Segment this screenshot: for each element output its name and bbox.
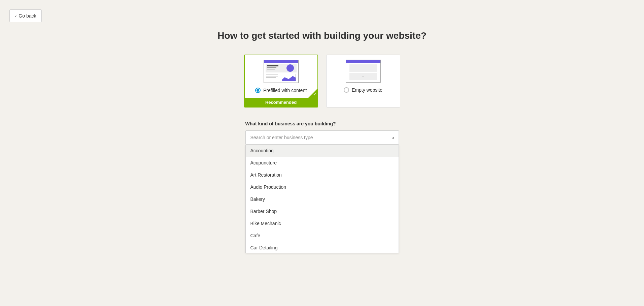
business-type-combobox[interactable]: ▲ (245, 130, 399, 145)
option-empty-radio-row[interactable]: Empty website (344, 83, 382, 97)
option-empty-label: Empty website (352, 87, 382, 93)
option-prefilled-radio-row[interactable]: Prefilled with content (255, 83, 307, 98)
dropdown-item[interactable]: Accounting (246, 145, 399, 157)
recommended-badge: Recommended (245, 98, 317, 107)
business-type-section: What kind of business are you building? … (245, 121, 399, 253)
start-option-cards: Prefilled with content ✓ Recommended + + (244, 55, 400, 108)
dropdown-item[interactable]: Cafe (246, 230, 399, 242)
radio-selected-icon (255, 88, 261, 93)
radio-unselected-icon (344, 87, 349, 93)
go-back-button[interactable]: ‹ Go back (9, 9, 42, 22)
dropdown-item[interactable]: Art Restoration (246, 169, 399, 181)
card-body: + + Empty website (327, 55, 400, 97)
onboarding-container: How to get started with building your we… (0, 0, 644, 253)
dropdown-item[interactable]: Bike Mechanic (246, 217, 399, 230)
option-card-prefilled[interactable]: Prefilled with content ✓ Recommended (244, 55, 318, 108)
option-prefilled-label: Prefilled with content (263, 88, 307, 93)
dropdown-item[interactable]: Audio Production (246, 181, 399, 193)
business-type-input[interactable] (245, 130, 399, 145)
card-body: Prefilled with content (245, 55, 317, 98)
page-title: How to get started with building your we… (217, 30, 427, 41)
dropdown-item[interactable]: Barber Shop (246, 205, 399, 217)
option-card-empty[interactable]: + + Empty website (326, 55, 400, 108)
dropdown-item[interactable]: Bakery (246, 193, 399, 205)
business-type-label: What kind of business are you building? (245, 121, 399, 126)
selected-corner-icon (308, 88, 318, 98)
business-type-dropdown[interactable]: AccountingAcupunctureArt RestorationAudi… (245, 145, 399, 253)
go-back-label: Go back (19, 13, 36, 19)
dropdown-item[interactable]: Acupuncture (246, 157, 399, 169)
dropdown-item[interactable]: Car Detailing (246, 242, 399, 253)
empty-thumbnail-icon: + + (346, 60, 381, 83)
prefilled-thumbnail-icon (264, 60, 299, 83)
chevron-left-icon: ‹ (15, 14, 16, 18)
